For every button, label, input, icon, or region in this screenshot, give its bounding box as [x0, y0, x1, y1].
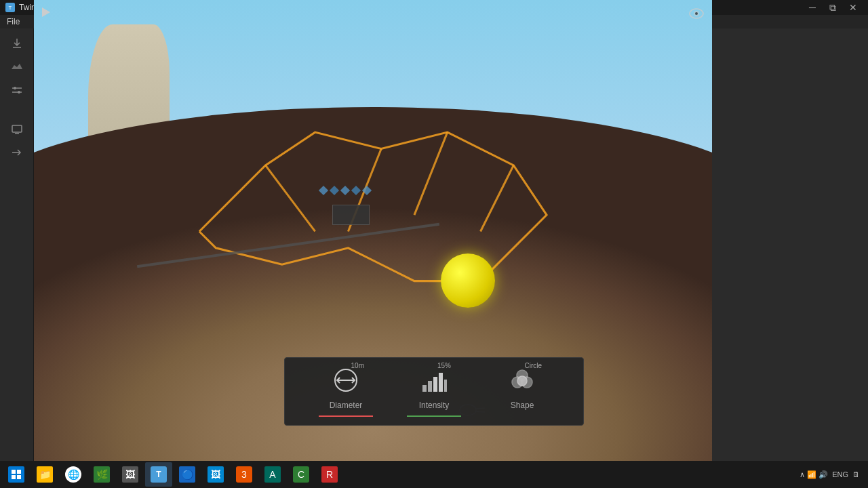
svg-marker-17: [42, 7, 50, 17]
shape-underline: [495, 415, 549, 417]
sidebar-screen-button[interactable]: [5, 119, 29, 140]
intensity-icon-container: 15%: [420, 366, 448, 396]
files-icon: 📁: [37, 466, 53, 483]
shape-icon-container: Circle: [508, 366, 536, 396]
svg-rect-37: [17, 470, 21, 474]
app5-icon: C: [293, 466, 309, 483]
taskbar: 📁 🌐 🌿 🖼 T 🔵 🖼 3 A C R ∧ 📶 🔊 ENG 🗓: [0, 461, 868, 488]
menu-file[interactable]: File: [4, 16, 22, 28]
browser-icon: 🔵: [179, 466, 195, 483]
taskbar-app4[interactable]: A: [259, 462, 286, 487]
diameter-tool[interactable]: 10m Diameter: [319, 366, 373, 417]
svg-rect-4: [12, 125, 22, 132]
language-indicator[interactable]: ENG: [832, 470, 848, 479]
start-button[interactable]: [3, 462, 30, 487]
tools-panel: 10m Diameter 15% Intensity: [284, 357, 584, 426]
taskbar-photos[interactable]: 🖼: [202, 462, 229, 487]
dark-structure: [332, 205, 370, 225]
intensity-icon: [420, 366, 448, 394]
diameter-label: Diameter: [330, 401, 363, 410]
svg-point-35: [517, 376, 527, 386]
taskbar-twinmotion[interactable]: T: [145, 462, 172, 487]
app3-icon: 3: [236, 466, 252, 483]
svg-point-1: [14, 87, 16, 89]
svg-rect-28: [428, 381, 432, 392]
taskbar-app3[interactable]: 3: [231, 462, 258, 487]
svg-rect-30: [439, 373, 443, 392]
photos-icon: 🖼: [208, 466, 224, 483]
taskbar-browser[interactable]: 🔵: [174, 462, 201, 487]
app6-icon: R: [321, 466, 338, 483]
taskbar-files[interactable]: 📁: [31, 462, 58, 487]
window-controls: ─ ⧉ ✕: [803, 1, 863, 14]
app1-icon: 🌿: [94, 466, 110, 483]
svg-point-3: [18, 91, 20, 94]
taskbar-app5[interactable]: C: [288, 462, 315, 487]
diameter-value: 10m: [351, 362, 364, 369]
shape-icon: [508, 366, 536, 394]
sidebar-import-button[interactable]: [5, 34, 29, 54]
app4-icon: A: [264, 466, 281, 483]
taskbar-app2[interactable]: 🖼: [117, 462, 144, 487]
taskbar-chrome[interactable]: 🌐: [60, 462, 87, 487]
viewport-play-button[interactable]: [41, 7, 52, 20]
shape-value: Circle: [524, 362, 542, 369]
sidebar-slider-button[interactable]: [5, 80, 29, 100]
sidebar-arrow-button[interactable]: [5, 142, 29, 163]
terrain-main: [34, 107, 712, 488]
taskbar-app1[interactable]: 🌿: [88, 462, 115, 487]
chrome-icon: 🌐: [65, 466, 81, 483]
intensity-value: 15%: [437, 362, 451, 369]
diameter-icon-container: 10m: [332, 366, 360, 396]
system-tray: ∧ 📶 🔊 ENG 🗓: [794, 470, 865, 479]
close-button[interactable]: ✕: [844, 1, 863, 14]
yellow-sphere[interactable]: [441, 253, 495, 308]
sidebar-landscape-button[interactable]: [5, 57, 29, 77]
svg-rect-31: [444, 380, 447, 392]
taskbar-app6[interactable]: R: [316, 462, 343, 487]
diameter-underline: [319, 415, 373, 417]
svg-point-16: [695, 12, 698, 15]
svg-rect-36: [12, 470, 16, 474]
intensity-label: Intensity: [419, 401, 450, 410]
svg-rect-27: [422, 385, 427, 392]
windows-icon: [8, 466, 24, 483]
restore-button[interactable]: ⧉: [823, 1, 842, 14]
intensity-underline: [407, 415, 461, 417]
svg-rect-29: [433, 377, 437, 392]
viewport-eye-button[interactable]: [689, 8, 704, 22]
app-icon: T: [5, 3, 15, 12]
svg-rect-39: [17, 475, 21, 479]
twinmotion-icon: T: [151, 466, 167, 483]
tray-icons[interactable]: ∧ 📶 🔊: [800, 470, 828, 479]
left-sidebar: [0, 28, 34, 473]
clock: 🗓: [852, 470, 860, 479]
diameter-icon: [332, 366, 360, 394]
intensity-tool[interactable]: 15% Intensity: [407, 366, 461, 417]
shape-label: Shape: [511, 401, 534, 410]
minimize-button[interactable]: ─: [803, 1, 822, 14]
app2-icon: 🖼: [122, 466, 138, 483]
svg-rect-38: [12, 475, 16, 479]
shape-tool[interactable]: Circle Shape: [495, 366, 549, 417]
